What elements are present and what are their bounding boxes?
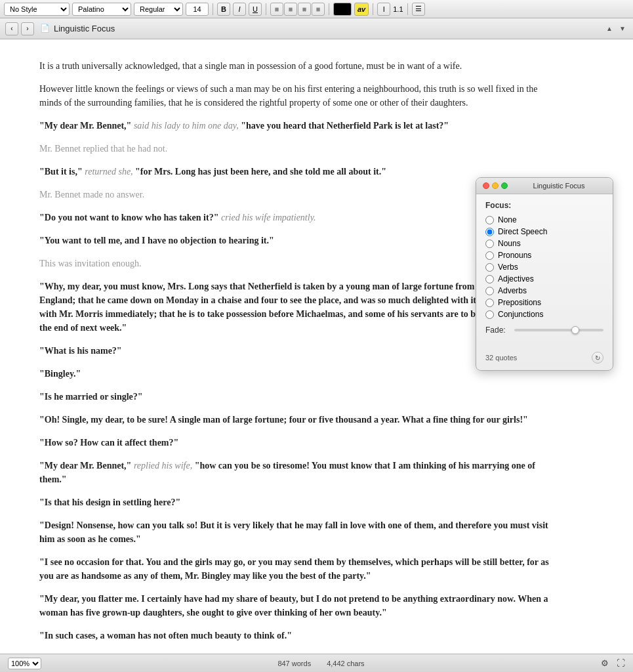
font-select[interactable]: Palatino Helvetica Times New Roman [72,3,131,16]
separator [213,3,213,15]
forward-button[interactable]: › [21,22,34,35]
paragraph-6: Mr. Bennet made no answer. [39,188,551,201]
radio-adverbs[interactable] [485,287,494,295]
option-adverbs[interactable]: Adverbs [485,286,603,295]
option-adverbs-label: Adverbs [498,286,527,295]
word-count: 847 words [277,660,311,667]
back-button[interactable]: ‹ [5,22,18,35]
bold-button[interactable]: B [217,3,230,16]
panel-footer: 32 quotes ↻ [476,348,613,370]
separator [266,3,266,15]
line-height-button[interactable]: I [377,3,390,16]
titlebar: ‹ › 📄 Linguistic Focus ▲ ▼ [0,18,633,39]
narrator-text-4: replied his wife, [134,461,192,471]
direct-speech-15: "Is that his design in settling here?" [39,497,180,507]
paragraph-15: "How so? How can it affect them?" [39,436,551,450]
list-button[interactable]: ☰ [412,3,425,16]
narrator-text-3: cried his wife impatiently. [221,213,316,222]
direct-speech-2: "have you heard that Netherfield Park is… [241,121,449,131]
text-color-swatch[interactable] [333,3,352,16]
focus-radio-group: None Direct Speech Nouns Pronouns [485,215,603,319]
paragraph-14: "Oh! Single, my dear, to be sure! A sing… [39,413,551,427]
direct-speech-6: "You want to tell me, and I have no obje… [39,236,274,245]
align-right-button[interactable]: ≡ [298,3,311,16]
paragraph-2: However little known the feelings or vie… [39,82,551,110]
narrator-text-2: returned she, [85,167,133,177]
option-verbs[interactable]: Verbs [485,262,603,272]
document-area[interactable]: It is a truth universally acknowledged, … [0,39,633,654]
paragraph-3: "My dear Mr. Bennet," said his lady to h… [39,119,551,133]
collapse-down-button[interactable]: ▼ [617,24,628,34]
direct-speech-17: "I see no occasion for that. You and the… [39,557,549,581]
zoom-area: 100% 75% 125% 150% [8,658,41,669]
radio-prepositions[interactable] [485,299,494,307]
radio-nouns[interactable] [485,240,494,248]
align-left-button[interactable]: ≡ [270,3,283,16]
option-nouns-label: Nouns [498,239,521,248]
radio-none[interactable] [485,216,494,224]
weight-select[interactable]: Regular Bold Italic [134,3,183,16]
paragraph-16: "My dear Mr. Bennet," replied his wife, … [39,459,551,486]
paragraph-7: "Do you not want to know who has taken i… [39,211,551,224]
align-center-button[interactable]: ≡ [284,3,297,16]
font-size-input[interactable] [186,3,209,16]
minimize-traffic-light[interactable] [492,182,499,189]
paragraph-17: "Is that his design in settling here?" [39,495,551,509]
collapse-up-button[interactable]: ▲ [604,24,615,34]
underline-button[interactable]: U [249,3,262,16]
direct-speech-4: "for Mrs. Long has just been here, and s… [135,167,386,177]
focus-label: Focus: [485,201,603,210]
titlebar-right: ▲ ▼ [604,24,628,34]
line-height-value: 1.1 [393,5,403,13]
zoom-select[interactable]: 100% 75% 125% 150% [8,658,41,669]
fade-row: Fade: [485,326,603,335]
option-direct-speech-label: Direct Speech [498,227,547,236]
fade-slider[interactable] [514,329,603,331]
paragraph-11: "What is his name?" [39,344,551,358]
paragraph-13: "Is he married or single?" [39,390,551,404]
main-area: It is a truth universally acknowledged, … [0,39,633,654]
expand-icon[interactable]: ⛶ [617,658,625,668]
option-none[interactable]: None [485,215,603,224]
option-direct-speech[interactable]: Direct Speech [485,227,603,236]
radio-verbs[interactable] [485,263,494,272]
refresh-button[interactable]: ↻ [592,352,603,364]
panel-title: Linguistic Focus [512,182,606,190]
radio-direct-speech[interactable] [485,228,494,236]
option-none-label: None [498,215,517,224]
highlight-button[interactable]: av [354,3,369,16]
narrator-text: said his lady to him one day, [134,121,239,131]
option-nouns[interactable]: Nouns [485,239,603,248]
italic-button[interactable]: I [233,3,246,16]
radio-pronouns[interactable] [485,251,494,260]
radio-adjectives[interactable] [485,275,494,284]
paragraph-12: "Bingley." [39,367,551,381]
statusbar: 100% 75% 125% 150% 847 words 4,442 chars… [0,654,633,672]
option-adjectives-label: Adjectives [498,274,534,284]
direct-speech-9: "Bingley." [39,369,81,379]
radio-conjunctions[interactable] [485,310,494,319]
align-justify-button[interactable]: ≡ [312,3,325,16]
option-adjectives[interactable]: Adjectives [485,274,603,284]
focus-panel: Linguistic Focus Focus: None Direct Spee… [476,177,613,371]
option-verbs-label: Verbs [498,262,518,272]
direct-speech-10: "Is he married or single?" [39,392,143,402]
maximize-traffic-light[interactable] [501,182,508,189]
paragraph-4: Mr. Bennet replied that he had not. [39,142,551,156]
close-traffic-light[interactable] [483,182,489,189]
separator [407,3,408,15]
statusbar-center: 847 words 4,442 chars [277,660,364,667]
option-pronouns[interactable]: Pronouns [485,251,603,260]
traffic-lights [483,182,508,189]
settings-icon[interactable]: ⚙ [601,658,609,668]
direct-speech-16: "Design! Nonsense, how can you talk so! … [39,520,548,544]
titlebar-nav: ‹ › [5,22,34,35]
document-text: It is a truth universally acknowledged, … [39,59,551,642]
panel-body: Focus: None Direct Speech Nouns [476,194,613,348]
separator [373,3,373,15]
option-conjunctions[interactable]: Conjunctions [485,310,603,319]
toolbar: No Style Heading 1 Heading 2 Body Palati… [0,0,633,18]
option-prepositions[interactable]: Prepositions [485,298,603,307]
style-select[interactable]: No Style Heading 1 Heading 2 Body [4,3,70,16]
paragraph-10: "Why, my dear, you must know, Mrs. Long … [39,280,551,335]
